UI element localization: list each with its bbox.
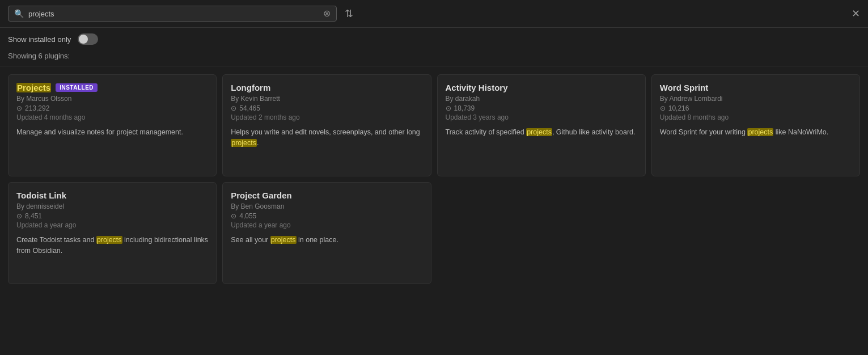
plugin-card-project-garden[interactable]: Project Garden By Ben Goosman ⊙ 4,055 Up… xyxy=(222,182,431,284)
plugin-title: Activity History xyxy=(446,83,508,92)
filter-row: Show installed only xyxy=(0,28,868,50)
plugin-downloads: ⊙ 10,216 xyxy=(660,104,852,112)
plugin-description: Helps you write and edit novels, screenp… xyxy=(231,127,422,149)
plugin-card-todoist-link[interactable]: Todoist Link By dennisseidel ⊙ 8,451 Upd… xyxy=(8,182,217,284)
plugin-updated: Updated 4 months ago xyxy=(16,113,208,121)
download-icon: ⊙ xyxy=(660,104,666,112)
download-count: 4,055 xyxy=(239,212,256,220)
plugin-description: Create Todoist tasks and projects includ… xyxy=(16,235,208,256)
plugin-updated: Updated a year ago xyxy=(16,221,208,229)
download-count: 213,292 xyxy=(25,104,49,112)
plugin-description: See all your projects in one place. xyxy=(231,235,422,246)
download-icon: ⊙ xyxy=(446,104,451,112)
card-title-row: Word Sprint xyxy=(660,83,852,92)
card-title-row: Project Garden xyxy=(231,191,422,200)
plugin-downloads: ⊙ 18,739 xyxy=(446,104,637,112)
installed-badge: INSTALLED xyxy=(56,83,98,92)
installed-toggle[interactable] xyxy=(78,33,98,45)
plugin-title: Project Garden xyxy=(231,191,292,200)
plugin-title: Word Sprint xyxy=(660,83,709,92)
plugin-description: Track activity of specified projects, Gi… xyxy=(446,127,637,138)
plugin-description: Manage and visualize notes for project m… xyxy=(16,127,208,138)
download-count: 54,465 xyxy=(239,104,260,112)
plugin-description: Word Sprint for your writing projects li… xyxy=(660,127,852,138)
plugin-updated: Updated a year ago xyxy=(231,221,422,229)
plugin-author: By dennisseidel xyxy=(16,202,208,210)
plugin-updated: Updated 8 months ago xyxy=(660,113,852,121)
highlight-projects: projects xyxy=(270,236,297,244)
highlight-projects: Projects xyxy=(16,83,51,92)
download-icon: ⊙ xyxy=(231,104,236,112)
plugin-author: By Marcus Olsson xyxy=(16,95,208,103)
plugin-updated: Updated 2 months ago xyxy=(231,113,422,121)
empty-slot-3 xyxy=(437,182,646,284)
plugin-author: By Ben Goosman xyxy=(231,202,422,210)
plugin-downloads: ⊙ 54,465 xyxy=(231,104,422,112)
search-input[interactable] xyxy=(28,10,319,18)
divider xyxy=(0,66,868,66)
sort-icon[interactable]: ⇅ xyxy=(345,7,353,20)
plugin-title: Longform xyxy=(231,83,270,92)
download-count: 8,451 xyxy=(25,212,42,220)
plugin-author: By Kevin Barrett xyxy=(231,95,422,103)
search-icon: 🔍 xyxy=(14,9,24,18)
plugin-title: Projects xyxy=(16,83,51,92)
plugin-author: By Andrew Lombardi xyxy=(660,95,852,103)
plugin-downloads: ⊙ 4,055 xyxy=(231,212,422,220)
highlight-projects: projects xyxy=(96,236,122,244)
download-count: 10,216 xyxy=(668,104,689,112)
download-icon: ⊙ xyxy=(16,104,22,112)
close-button[interactable]: ✕ xyxy=(852,9,860,19)
show-installed-label: Show installed only xyxy=(8,35,71,44)
download-icon: ⊙ xyxy=(231,212,236,220)
plugin-downloads: ⊙ 213,292 xyxy=(16,104,208,112)
card-title-row: Todoist Link xyxy=(16,191,208,200)
plugin-updated: Updated 3 years ago xyxy=(446,113,637,121)
plugin-card-longform[interactable]: Longform By Kevin Barrett ⊙ 54,465 Updat… xyxy=(222,74,431,176)
download-count: 18,739 xyxy=(454,104,475,112)
plugin-title: Todoist Link xyxy=(16,191,66,200)
empty-slot-4 xyxy=(651,182,860,284)
top-bar: 🔍 ⊗ ⇅ ✕ xyxy=(0,0,868,28)
highlight-projects: projects xyxy=(231,139,257,147)
plugin-count: Showing 6 plugins: xyxy=(0,50,868,66)
search-box: 🔍 ⊗ xyxy=(8,6,337,22)
plugin-card-projects[interactable]: Projects INSTALLED By Marcus Olsson ⊙ 21… xyxy=(8,74,217,176)
toggle-knob xyxy=(79,35,88,44)
highlight-projects: projects xyxy=(526,128,552,136)
plugin-card-word-sprint[interactable]: Word Sprint By Andrew Lombardi ⊙ 10,216 … xyxy=(651,74,860,176)
plugins-grid-top: Projects INSTALLED By Marcus Olsson ⊙ 21… xyxy=(0,74,868,176)
card-title-row: Activity History xyxy=(446,83,637,92)
plugin-downloads: ⊙ 8,451 xyxy=(16,212,208,220)
clear-icon[interactable]: ⊗ xyxy=(323,9,331,18)
plugin-author: By darakah xyxy=(446,95,637,103)
highlight-projects: projects xyxy=(747,128,773,136)
plugin-card-activity-history[interactable]: Activity History By darakah ⊙ 18,739 Upd… xyxy=(437,74,646,176)
card-title-row: Longform xyxy=(231,83,422,92)
card-title-row: Projects INSTALLED xyxy=(16,83,208,92)
plugins-grid-bottom: Todoist Link By dennisseidel ⊙ 8,451 Upd… xyxy=(0,176,868,284)
download-icon: ⊙ xyxy=(16,212,22,220)
